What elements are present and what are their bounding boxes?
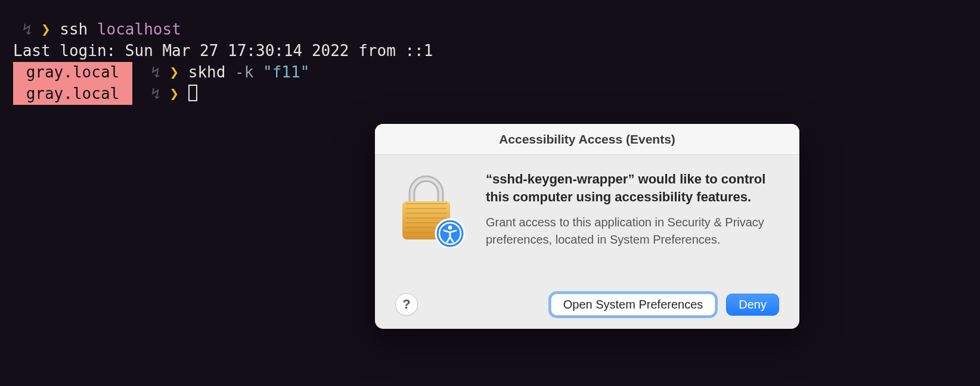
cursor-icon — [188, 85, 197, 101]
dialog-subtext: Grant access to this application in Secu… — [486, 214, 778, 248]
terminal-line-1: ↯ ❯ ssh localhost — [13, 19, 967, 41]
dialog-body: “sshd-keygen-wrapper” would like to cont… — [375, 155, 799, 286]
host-badge: gray.local — [13, 62, 132, 83]
prompt-caret-icon: ❯ — [169, 63, 179, 81]
lock-accessibility-icon — [398, 174, 467, 248]
terminal-output: ↯ ❯ ssh localhost Last login: Sun Mar 27… — [0, 0, 980, 124]
cmd-arg: localhost — [97, 20, 181, 38]
prompt-caret-icon: ❯ — [41, 20, 51, 38]
help-button[interactable]: ? — [395, 293, 418, 316]
cmd-skhd: skhd — [188, 63, 226, 81]
terminal-line-3: gray.local ↯ ❯ skhd -k "f11" — [13, 62, 967, 83]
dialog-text: “sshd-keygen-wrapper” would like to cont… — [486, 170, 778, 286]
prompt-arrow-icon: ↯ — [23, 20, 32, 38]
dialog-headline: “sshd-keygen-wrapper” would like to cont… — [486, 170, 778, 206]
cmd-flag: -k — [235, 63, 253, 81]
deny-button[interactable]: Deny — [726, 294, 779, 316]
cmd-ssh: ssh — [60, 20, 88, 38]
cmd-string: "f11" — [263, 63, 309, 81]
dialog-icon-area — [396, 170, 468, 286]
prompt-caret-icon: ❯ — [169, 85, 179, 102]
dialog-title: Accessibility Access (Events) — [375, 132, 799, 147]
prompt-arrow-icon: ↯ — [151, 63, 160, 81]
svg-point-11 — [448, 226, 452, 230]
dialog-titlebar: Accessibility Access (Events) — [375, 124, 799, 155]
dialog-footer: ? Open System Preferences Deny — [375, 286, 799, 329]
terminal-line-4: gray.local ↯ ❯ — [13, 83, 967, 105]
prompt-arrow-icon: ↯ — [151, 85, 160, 102]
open-system-preferences-button[interactable]: Open System Preferences — [551, 294, 716, 316]
host-badge: gray.local — [13, 83, 132, 105]
terminal-line-2: Last login: Sun Mar 27 17:30:14 2022 fro… — [13, 41, 967, 62]
accessibility-dialog: Accessibility Access (Events) — [375, 124, 799, 329]
